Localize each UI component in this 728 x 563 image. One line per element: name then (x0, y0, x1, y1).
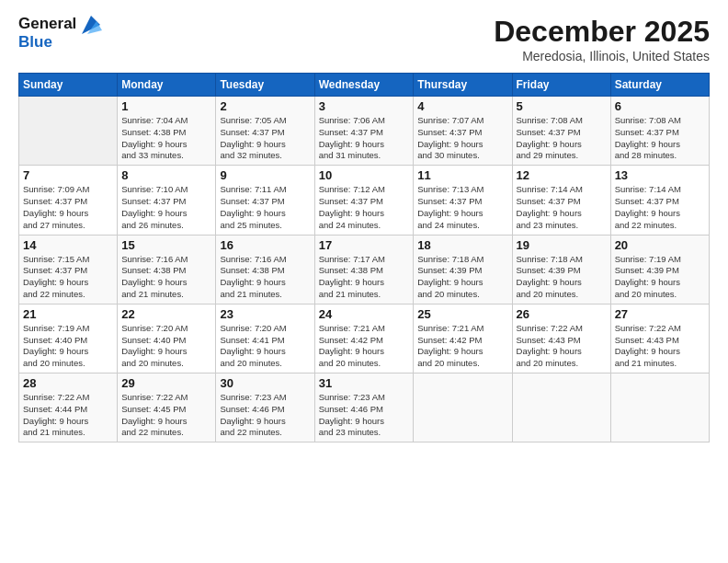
calendar-week-3: 21Sunrise: 7:19 AMSunset: 4:40 PMDayligh… (19, 304, 710, 373)
calendar-cell (610, 373, 709, 442)
calendar-week-0: 1Sunrise: 7:04 AMSunset: 4:38 PMDaylight… (19, 97, 710, 166)
day-number: 13 (615, 168, 705, 182)
col-monday: Monday (118, 74, 216, 97)
day-number: 4 (417, 99, 507, 113)
day-info: Sunrise: 7:06 AMSunset: 4:37 PMDaylight:… (319, 115, 410, 162)
calendar-table: Sunday Monday Tuesday Wednesday Thursday… (18, 73, 710, 442)
col-saturday: Saturday (610, 74, 709, 97)
day-info: Sunrise: 7:22 AMSunset: 4:45 PMDaylight:… (121, 392, 211, 439)
day-info: Sunrise: 7:08 AMSunset: 4:37 PMDaylight:… (517, 115, 607, 162)
day-number: 3 (319, 99, 410, 113)
day-number: 23 (220, 307, 310, 321)
calendar-cell: 2Sunrise: 7:05 AMSunset: 4:37 PMDaylight… (216, 97, 314, 166)
calendar-cell (512, 373, 610, 442)
day-info: Sunrise: 7:15 AMSunset: 4:37 PMDaylight:… (23, 254, 113, 301)
day-info: Sunrise: 7:20 AMSunset: 4:41 PMDaylight:… (220, 323, 310, 370)
calendar-cell: 24Sunrise: 7:21 AMSunset: 4:42 PMDayligh… (314, 304, 414, 373)
calendar-cell: 31Sunrise: 7:23 AMSunset: 4:46 PMDayligh… (314, 373, 414, 442)
day-number: 10 (319, 168, 410, 182)
day-info: Sunrise: 7:08 AMSunset: 4:37 PMDaylight:… (615, 115, 705, 162)
calendar-cell: 28Sunrise: 7:22 AMSunset: 4:44 PMDayligh… (19, 373, 118, 442)
day-info: Sunrise: 7:17 AMSunset: 4:38 PMDaylight:… (319, 254, 410, 301)
day-number: 17 (319, 238, 410, 252)
day-info: Sunrise: 7:14 AMSunset: 4:37 PMDaylight:… (615, 184, 705, 231)
day-number: 11 (417, 168, 507, 182)
day-info: Sunrise: 7:07 AMSunset: 4:37 PMDaylight:… (417, 115, 507, 162)
logo: General Blue (18, 15, 104, 51)
day-info: Sunrise: 7:12 AMSunset: 4:37 PMDaylight:… (319, 184, 410, 231)
day-info: Sunrise: 7:23 AMSunset: 4:46 PMDaylight:… (319, 392, 410, 439)
calendar-cell: 21Sunrise: 7:19 AMSunset: 4:40 PMDayligh… (19, 304, 118, 373)
col-friday: Friday (512, 74, 610, 97)
day-number: 18 (417, 238, 507, 252)
calendar-cell: 30Sunrise: 7:23 AMSunset: 4:46 PMDayligh… (216, 373, 314, 442)
col-wednesday: Wednesday (314, 74, 414, 97)
title-block: December 2025 Meredosia, Illinois, Unite… (494, 15, 710, 63)
day-number: 31 (319, 376, 410, 390)
day-number: 16 (220, 238, 310, 252)
calendar-cell: 8Sunrise: 7:10 AMSunset: 4:37 PMDaylight… (118, 166, 216, 235)
day-number: 25 (417, 307, 507, 321)
day-number: 20 (615, 238, 705, 252)
calendar-cell: 16Sunrise: 7:16 AMSunset: 4:38 PMDayligh… (216, 235, 314, 304)
calendar-cell: 22Sunrise: 7:20 AMSunset: 4:40 PMDayligh… (118, 304, 216, 373)
calendar-week-1: 7Sunrise: 7:09 AMSunset: 4:37 PMDaylight… (19, 166, 710, 235)
calendar-week-4: 28Sunrise: 7:22 AMSunset: 4:44 PMDayligh… (19, 373, 710, 442)
day-number: 22 (121, 307, 211, 321)
calendar-cell: 17Sunrise: 7:17 AMSunset: 4:38 PMDayligh… (314, 235, 414, 304)
calendar-cell: 11Sunrise: 7:13 AMSunset: 4:37 PMDayligh… (414, 166, 512, 235)
day-info: Sunrise: 7:11 AMSunset: 4:37 PMDaylight:… (220, 184, 310, 231)
page-title: December 2025 (494, 15, 710, 49)
page: General Blue December 2025 Meredosia, Il… (0, 0, 728, 563)
calendar-cell: 12Sunrise: 7:14 AMSunset: 4:37 PMDayligh… (512, 166, 610, 235)
day-number: 27 (615, 307, 705, 321)
calendar-cell: 6Sunrise: 7:08 AMSunset: 4:37 PMDaylight… (610, 97, 709, 166)
calendar-cell: 4Sunrise: 7:07 AMSunset: 4:37 PMDaylight… (414, 97, 512, 166)
day-info: Sunrise: 7:18 AMSunset: 4:39 PMDaylight:… (517, 254, 607, 301)
day-info: Sunrise: 7:20 AMSunset: 4:40 PMDaylight:… (121, 323, 211, 370)
col-tuesday: Tuesday (216, 74, 314, 97)
day-number: 7 (23, 168, 113, 182)
calendar-cell (19, 97, 118, 166)
day-number: 30 (220, 376, 310, 390)
calendar-cell: 5Sunrise: 7:08 AMSunset: 4:37 PMDaylight… (512, 97, 610, 166)
day-info: Sunrise: 7:21 AMSunset: 4:42 PMDaylight:… (417, 323, 507, 370)
day-info: Sunrise: 7:14 AMSunset: 4:37 PMDaylight:… (517, 184, 607, 231)
day-number: 9 (220, 168, 310, 182)
calendar-cell: 15Sunrise: 7:16 AMSunset: 4:38 PMDayligh… (118, 235, 216, 304)
calendar-cell: 3Sunrise: 7:06 AMSunset: 4:37 PMDaylight… (314, 97, 414, 166)
calendar-cell: 13Sunrise: 7:14 AMSunset: 4:37 PMDayligh… (610, 166, 709, 235)
day-info: Sunrise: 7:22 AMSunset: 4:43 PMDaylight:… (517, 323, 607, 370)
calendar-cell: 23Sunrise: 7:20 AMSunset: 4:41 PMDayligh… (216, 304, 314, 373)
logo-text: General Blue (18, 15, 76, 51)
day-info: Sunrise: 7:16 AMSunset: 4:38 PMDaylight:… (121, 254, 211, 301)
calendar-cell: 29Sunrise: 7:22 AMSunset: 4:45 PMDayligh… (118, 373, 216, 442)
day-number: 8 (121, 168, 211, 182)
day-info: Sunrise: 7:21 AMSunset: 4:42 PMDaylight:… (319, 323, 410, 370)
day-number: 5 (517, 99, 607, 113)
day-number: 15 (121, 238, 211, 252)
calendar-cell: 26Sunrise: 7:22 AMSunset: 4:43 PMDayligh… (512, 304, 610, 373)
day-info: Sunrise: 7:16 AMSunset: 4:38 PMDaylight:… (220, 254, 310, 301)
day-info: Sunrise: 7:13 AMSunset: 4:37 PMDaylight:… (417, 184, 507, 231)
day-number: 2 (220, 99, 310, 113)
page-subtitle: Meredosia, Illinois, United States (494, 49, 710, 63)
day-info: Sunrise: 7:04 AMSunset: 4:38 PMDaylight:… (121, 115, 211, 162)
logo-icon (78, 12, 104, 38)
calendar-cell: 1Sunrise: 7:04 AMSunset: 4:38 PMDaylight… (118, 97, 216, 166)
day-info: Sunrise: 7:05 AMSunset: 4:37 PMDaylight:… (220, 115, 310, 162)
calendar-cell: 9Sunrise: 7:11 AMSunset: 4:37 PMDaylight… (216, 166, 314, 235)
col-thursday: Thursday (414, 74, 512, 97)
calendar-week-2: 14Sunrise: 7:15 AMSunset: 4:37 PMDayligh… (19, 235, 710, 304)
calendar-cell: 18Sunrise: 7:18 AMSunset: 4:39 PMDayligh… (414, 235, 512, 304)
header: General Blue December 2025 Meredosia, Il… (18, 15, 710, 63)
calendar-cell: 10Sunrise: 7:12 AMSunset: 4:37 PMDayligh… (314, 166, 414, 235)
day-number: 28 (23, 376, 113, 390)
day-info: Sunrise: 7:09 AMSunset: 4:37 PMDaylight:… (23, 184, 113, 231)
day-info: Sunrise: 7:23 AMSunset: 4:46 PMDaylight:… (220, 392, 310, 439)
day-number: 19 (517, 238, 607, 252)
calendar-cell: 25Sunrise: 7:21 AMSunset: 4:42 PMDayligh… (414, 304, 512, 373)
calendar-cell: 27Sunrise: 7:22 AMSunset: 4:43 PMDayligh… (610, 304, 709, 373)
calendar-cell: 14Sunrise: 7:15 AMSunset: 4:37 PMDayligh… (19, 235, 118, 304)
day-number: 14 (23, 238, 113, 252)
